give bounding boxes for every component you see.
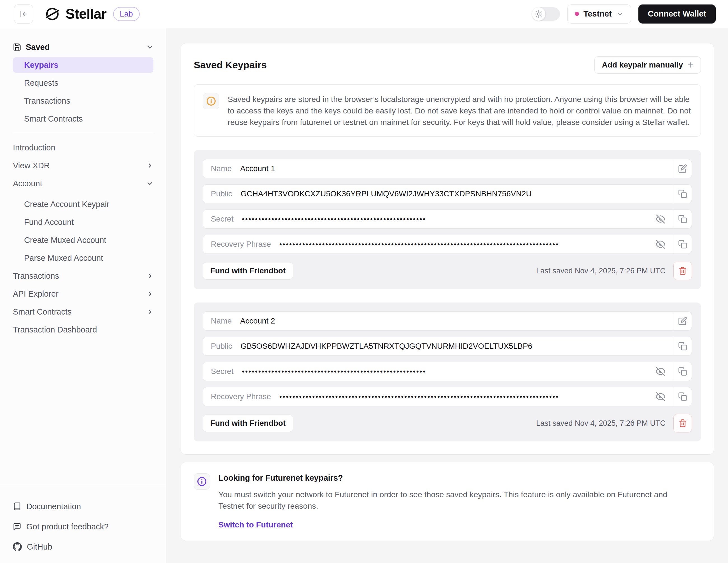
copy-public-key-button[interactable] bbox=[673, 337, 692, 356]
public-label: Public bbox=[211, 342, 232, 351]
sidebar-item-account[interactable]: Account bbox=[13, 174, 153, 192]
sun-icon bbox=[535, 10, 543, 18]
sidebar-item-introduction[interactable]: Introduction bbox=[13, 139, 153, 156]
chevron-down-icon bbox=[146, 43, 153, 51]
collapse-sidebar-button[interactable] bbox=[14, 4, 33, 24]
brand[interactable]: Stellar Lab bbox=[44, 6, 140, 22]
chevron-right-icon bbox=[146, 272, 153, 279]
edit-name-button[interactable] bbox=[673, 312, 692, 330]
sidebar-item-label: Smart Contracts bbox=[24, 114, 83, 123]
sidebar-item-label: Create Account Keypair bbox=[24, 200, 109, 209]
name-field-row: Name Account 2 bbox=[203, 312, 692, 331]
book-icon bbox=[13, 502, 21, 511]
sidebar-nav: Saved Keypairs Requests Transactions Sma… bbox=[0, 28, 166, 486]
collapse-sidebar-icon bbox=[19, 10, 28, 18]
sidebar-footer: Documentation Got product feedback? G bbox=[0, 486, 166, 563]
sidebar-item-saved[interactable]: Saved bbox=[13, 40, 153, 54]
stellar-logo-icon bbox=[44, 6, 60, 22]
plus-icon: + bbox=[687, 60, 693, 70]
network-status-dot bbox=[575, 12, 579, 16]
public-key-value: GCHA4HT3VODKCXZU5OK36YRPLUMQV6WI2JWHY33C… bbox=[241, 189, 531, 198]
fund-with-friendbot-button[interactable]: Fund with Friendbot bbox=[203, 262, 293, 279]
copy-recovery-phrase-button[interactable] bbox=[673, 387, 692, 406]
copy-recovery-phrase-button[interactable] bbox=[673, 235, 692, 253]
warning-banner: Saved keypairs are stored in the browser… bbox=[194, 84, 701, 137]
sidebar-item-label: Introduction bbox=[13, 143, 55, 152]
feedback-link[interactable]: Got product feedback? bbox=[13, 517, 153, 537]
secret-key-field-row: Secret •••••••••••••••••••••••••••••••••… bbox=[203, 362, 692, 381]
chevron-down-icon bbox=[616, 10, 624, 18]
futurenet-title: Looking for Futurenet keypairs? bbox=[218, 473, 694, 483]
connect-wallet-button[interactable]: Connect Wallet bbox=[638, 4, 716, 24]
sidebar-item-label: Create Muxed Account bbox=[24, 235, 106, 245]
sidebar-item-label: Keypairs bbox=[24, 60, 59, 70]
sidebar-item-saved-transactions[interactable]: Transactions bbox=[13, 93, 153, 109]
sidebar-item-saved-smart-contracts[interactable]: Smart Contracts bbox=[13, 111, 153, 127]
add-keypair-button[interactable]: Add keypair manually + bbox=[594, 56, 701, 74]
chevron-right-icon bbox=[146, 162, 153, 169]
copy-public-key-button[interactable] bbox=[673, 184, 692, 203]
last-saved-timestamp: Last saved Nov 4, 2025, 7:26 PM UTC bbox=[536, 419, 666, 428]
copy-secret-key-button[interactable] bbox=[673, 210, 692, 228]
public-key-field-row: Public GB5OS6DWHZAJDVHKPPBWZTLA5TNRXTQJG… bbox=[203, 337, 692, 356]
name-field-row: Name Account 1 bbox=[203, 159, 692, 178]
github-link[interactable]: GitHub bbox=[13, 537, 153, 557]
toggle-recovery-visibility-button[interactable] bbox=[656, 392, 665, 401]
eye-off-icon bbox=[656, 367, 665, 376]
secret-key-field-row: Secret •••••••••••••••••••••••••••••••••… bbox=[203, 209, 692, 228]
recovery-phrase-label: Recovery Phrase bbox=[211, 392, 271, 401]
sidebar-item-keypairs[interactable]: Keypairs bbox=[13, 57, 153, 73]
sidebar-item-create-muxed-account[interactable]: Create Muxed Account bbox=[13, 231, 153, 249]
sidebar-item-label: API Explorer bbox=[13, 290, 59, 299]
trash-icon bbox=[678, 266, 687, 275]
sidebar-item-label: Transaction Dashboard bbox=[13, 325, 97, 335]
lab-badge: Lab bbox=[113, 7, 140, 21]
trash-icon bbox=[678, 419, 687, 428]
page-title: Saved Keypairs bbox=[194, 59, 267, 71]
toggle-recovery-visibility-button[interactable] bbox=[656, 239, 665, 249]
fund-with-friendbot-button[interactable]: Fund with Friendbot bbox=[203, 415, 293, 432]
recovery-phrase-masked-value: ••••••••••••••••••••••••••••••••••••••••… bbox=[279, 393, 647, 401]
copy-icon bbox=[678, 214, 687, 223]
edit-icon bbox=[678, 317, 687, 326]
footer-item-label: Got product feedback? bbox=[26, 522, 108, 531]
sidebar-item-transactions[interactable]: Transactions bbox=[13, 267, 153, 285]
sidebar-item-parse-muxed-account[interactable]: Parse Muxed Account bbox=[13, 249, 153, 267]
keypair-card: Name Account 2 Public bbox=[194, 303, 701, 442]
sidebar-item-label: Parse Muxed Account bbox=[24, 253, 103, 263]
recovery-phrase-field-row: Recovery Phrase ••••••••••••••••••••••••… bbox=[203, 235, 692, 254]
delete-keypair-button[interactable] bbox=[673, 261, 692, 280]
copy-icon bbox=[678, 240, 687, 249]
theme-toggle-knob bbox=[532, 7, 545, 21]
sidebar-item-create-account-keypair[interactable]: Create Account Keypair bbox=[13, 195, 153, 213]
copy-icon bbox=[678, 392, 687, 401]
sidebar-item-fund-account[interactable]: Fund Account bbox=[13, 213, 153, 231]
recovery-phrase-label: Recovery Phrase bbox=[211, 240, 271, 249]
add-keypair-label: Add keypair manually bbox=[602, 60, 683, 69]
switch-to-futurenet-link[interactable]: Switch to Futurenet bbox=[218, 520, 293, 529]
footer-item-label: Documentation bbox=[26, 502, 81, 511]
sidebar-item-transaction-dashboard[interactable]: Transaction Dashboard bbox=[13, 321, 153, 339]
toggle-secret-visibility-button[interactable] bbox=[656, 367, 665, 376]
sidebar-item-saved-requests[interactable]: Requests bbox=[13, 75, 153, 91]
copy-icon bbox=[678, 189, 687, 198]
copy-secret-key-button[interactable] bbox=[673, 362, 692, 381]
sidebar-item-api-explorer[interactable]: API Explorer bbox=[13, 285, 153, 303]
documentation-link[interactable]: Documentation bbox=[13, 496, 153, 517]
network-selector[interactable]: Testnet bbox=[567, 4, 631, 24]
sidebar: Saved Keypairs Requests Transactions Sma… bbox=[0, 28, 166, 563]
sidebar-item-smart-contracts[interactable]: Smart Contracts bbox=[13, 303, 153, 321]
saved-group-label: Saved bbox=[26, 43, 50, 52]
theme-toggle[interactable] bbox=[532, 7, 560, 21]
eye-off-icon bbox=[656, 239, 665, 249]
futurenet-body: You must switch your network to Futurene… bbox=[218, 489, 694, 512]
sidebar-divider bbox=[13, 133, 153, 133]
sidebar-item-view-xdr[interactable]: View XDR bbox=[13, 156, 153, 174]
secret-masked-value: ••••••••••••••••••••••••••••••••••••••••… bbox=[242, 368, 647, 376]
feedback-icon bbox=[13, 522, 21, 531]
toggle-secret-visibility-button[interactable] bbox=[656, 214, 665, 224]
recovery-phrase-field-row: Recovery Phrase ••••••••••••••••••••••••… bbox=[203, 387, 692, 406]
edit-name-button[interactable] bbox=[673, 159, 692, 178]
sidebar-item-label: Fund Account bbox=[24, 218, 74, 227]
delete-keypair-button[interactable] bbox=[673, 414, 692, 433]
